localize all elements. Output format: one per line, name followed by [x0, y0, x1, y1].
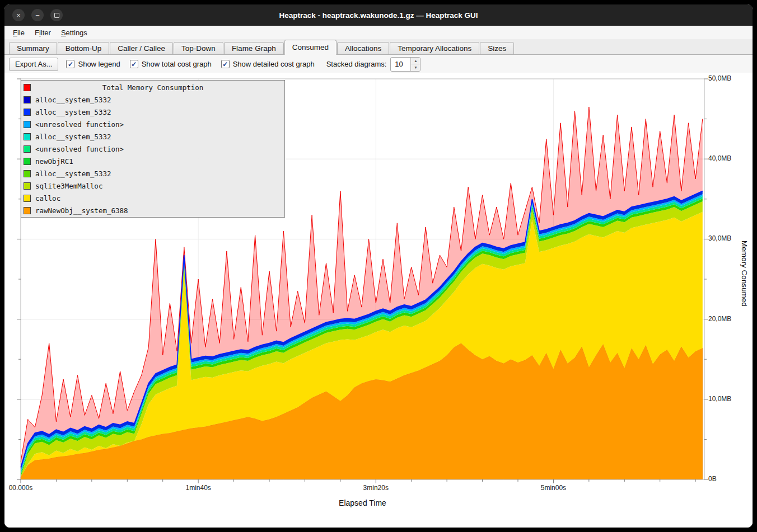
legend-swatch: [24, 182, 31, 190]
legend-label: alloc__system_5332: [35, 108, 111, 116]
spinbox-up-button[interactable]: ▲: [411, 58, 420, 65]
legend-label: alloc__system_5332: [35, 133, 111, 141]
chart-area: Total Memory Consumption alloc__system_5…: [4, 73, 753, 528]
legend-item-calloc: calloc: [21, 192, 284, 204]
checkbox-show-detailed-cost-graph[interactable]: ✓Show detailed cost graph: [221, 60, 315, 68]
menu-settings[interactable]: Settings: [56, 27, 92, 38]
legend-swatch: [24, 170, 31, 177]
legend-label: newObjRC1: [35, 157, 73, 166]
spinbox-arrows: ▲ ▼: [410, 58, 420, 71]
legend-item-rawnewobj-system-6388: rawNewObj__system_6388: [21, 204, 284, 216]
menu-filter[interactable]: Filter: [30, 27, 56, 38]
close-icon: ×: [16, 12, 21, 19]
toolbar: Export As... ✓Show legend✓Show total cos…: [4, 55, 753, 73]
y-tick-label: 10,0MB: [708, 395, 731, 403]
legend-swatch: [24, 109, 31, 116]
legend-item-alloc-system-5332: alloc__system_5332: [21, 106, 284, 118]
x-axis-label: Elapsed Time: [21, 498, 704, 507]
checkbox-label: Show detailed cost graph: [233, 60, 315, 68]
tab-bottom-up[interactable]: Bottom-Up: [58, 42, 110, 55]
x-tick-label: 00.000s: [9, 484, 33, 492]
close-button[interactable]: ×: [12, 9, 25, 21]
spinbox-down-button[interactable]: ▼: [411, 64, 420, 71]
checkbox-box[interactable]: ✓: [221, 60, 230, 68]
y-tick-label: 30,0MB: [708, 234, 731, 242]
stacked-diagrams-spinbox[interactable]: 10 ▲ ▼: [390, 57, 420, 72]
legend-swatch: [24, 195, 31, 202]
checkbox-group: ✓Show legend✓Show total cost graph✓Show …: [66, 60, 324, 69]
maximize-button[interactable]: [50, 9, 63, 21]
legend-item-unresolved-function: <unresolved function>: [21, 143, 284, 155]
window-title: Heaptrack - heaptrack.wakunode.1.gz — He…: [4, 11, 753, 20]
minimize-button[interactable]: −: [31, 9, 44, 21]
checkbox-box[interactable]: ✓: [130, 60, 138, 68]
legend-item-unresolved-function: <unresolved function>: [21, 118, 284, 130]
legend-label: sqlite3MemMalloc: [35, 182, 102, 190]
tab-consumed[interactable]: Consumed: [284, 40, 337, 55]
stacked-diagrams-label: Stacked diagrams:: [326, 60, 387, 68]
chart-legend: Total Memory Consumption alloc__system_5…: [21, 80, 285, 218]
legend-label: alloc__system_5332: [35, 170, 111, 178]
legend-item-sqlite3memmalloc: sqlite3MemMalloc: [21, 180, 284, 192]
checkbox-box[interactable]: ✓: [66, 60, 74, 68]
tab-allocations[interactable]: Allocations: [337, 42, 389, 55]
checkbox-label: Show legend: [78, 60, 120, 68]
export-as-button[interactable]: Export As...: [9, 58, 58, 71]
legend-swatch: [24, 133, 31, 140]
y-tick-label: 50,0MB: [708, 74, 731, 82]
legend-swatch: [24, 207, 31, 214]
maximize-icon: [54, 13, 59, 18]
window-controls: × −: [12, 9, 63, 21]
x-tick-label: 1min40s: [185, 484, 211, 492]
legend-title: Total Memory Consumption: [21, 83, 284, 92]
x-tick-label: 5min00s: [541, 484, 566, 492]
y-tick-label: 20,0MB: [708, 315, 731, 323]
legend-item-alloc-system-5332: alloc__system_5332: [21, 130, 284, 143]
legend-item-alloc-system-5332: alloc__system_5332: [21, 93, 284, 106]
legend-title-row: Total Memory Consumption: [21, 81, 284, 93]
legend-entries: alloc__system_5332alloc__system_5332<unr…: [21, 93, 284, 216]
titlebar[interactable]: × − Heaptrack - heaptrack.wakunode.1.gz …: [4, 4, 753, 26]
tab-flame-graph[interactable]: Flame Graph: [224, 42, 284, 55]
legend-label: <unresolved function>: [35, 120, 124, 129]
tab-sizes[interactable]: Sizes: [480, 42, 514, 55]
legend-title-swatch: [24, 84, 31, 91]
tab-bar: SummaryBottom-UpCaller / CalleeTop-DownF…: [4, 40, 753, 55]
menu-file[interactable]: File: [8, 27, 30, 38]
checkbox-show-total-cost-graph[interactable]: ✓Show total cost graph: [130, 60, 212, 68]
checkbox-show-legend[interactable]: ✓Show legend: [66, 60, 120, 68]
legend-label: alloc__system_5332: [35, 96, 111, 104]
tab-temporary-allocations[interactable]: Temporary Allocations: [390, 42, 479, 55]
legend-label: calloc: [35, 194, 60, 203]
y-tick-label: 0B: [708, 475, 717, 483]
x-tick-label: 3min20s: [363, 484, 389, 492]
checkbox-label: Show total cost graph: [142, 60, 212, 68]
legend-item-newobjrc1: newObjRC1: [21, 155, 284, 167]
legend-label: rawNewObj__system_6388: [35, 206, 128, 215]
legend-swatch: [24, 158, 31, 165]
y-axis-label: Memory Consumed: [740, 241, 749, 307]
y-tick-label: 40,0MB: [708, 154, 731, 162]
tab-top-down[interactable]: Top-Down: [174, 42, 223, 55]
heaptrack-window: × − Heaptrack - heaptrack.wakunode.1.gz …: [4, 4, 753, 528]
spinbox-value: 10: [391, 58, 410, 71]
tab-summary[interactable]: Summary: [9, 42, 57, 55]
legend-label: <unresolved function>: [35, 145, 124, 153]
minimize-icon: −: [35, 12, 40, 19]
legend-item-alloc-system-5332: alloc__system_5332: [21, 167, 284, 180]
legend-swatch: [24, 145, 31, 153]
legend-swatch: [24, 96, 31, 103]
tab-caller-callee[interactable]: Caller / Callee: [110, 42, 173, 55]
menu-bar: FileFilterSettings: [4, 26, 753, 40]
legend-swatch: [24, 121, 31, 128]
